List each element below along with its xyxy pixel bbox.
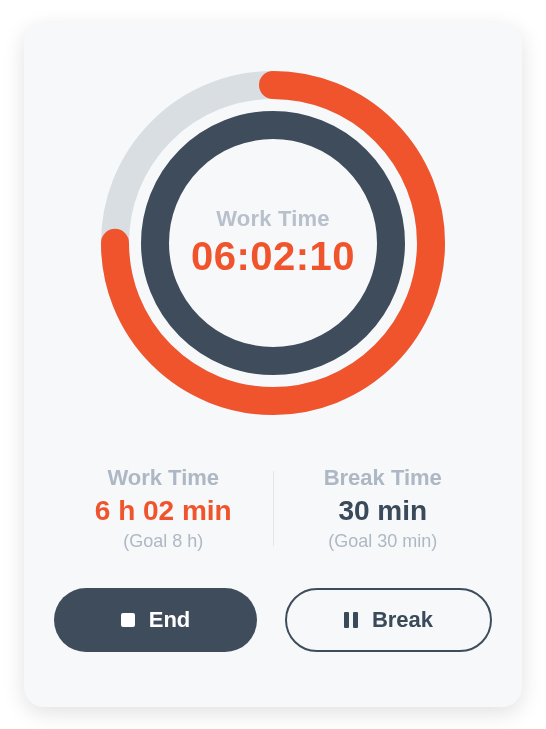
break-stat-title: Break Time <box>324 465 442 491</box>
button-row: End Break <box>54 588 492 652</box>
timer-label: Work Time <box>216 206 329 232</box>
work-stat-value: 6 h 02 min <box>95 495 232 527</box>
stop-icon <box>121 613 135 627</box>
timer-elapsed: 06:02:10 <box>191 234 355 279</box>
break-button-label: Break <box>372 607 433 633</box>
end-button-label: End <box>149 607 191 633</box>
progress-ring: Work Time 06:02:10 <box>93 63 453 423</box>
break-stat-goal: (Goal 30 min) <box>328 531 437 552</box>
pause-icon <box>344 612 358 628</box>
work-stat-title: Work Time <box>107 465 219 491</box>
end-button[interactable]: End <box>54 588 257 652</box>
work-stat-goal: (Goal 8 h) <box>123 531 203 552</box>
break-button[interactable]: Break <box>285 588 492 652</box>
break-stat-value: 30 min <box>338 495 427 527</box>
timer-card: Work Time 06:02:10 Work Time 6 h 02 min … <box>24 23 522 707</box>
break-time-stat: Break Time 30 min (Goal 30 min) <box>274 465 493 552</box>
stats-row: Work Time 6 h 02 min (Goal 8 h) Break Ti… <box>54 465 492 552</box>
work-time-stat: Work Time 6 h 02 min (Goal 8 h) <box>54 465 273 552</box>
